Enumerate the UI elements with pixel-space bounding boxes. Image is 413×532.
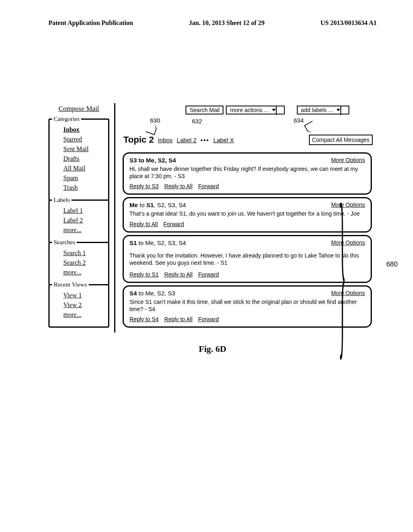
topic-label2-link[interactable]: Label 2 — [177, 137, 196, 143]
categories-legend: Categories — [52, 116, 81, 123]
add-labels-dropdown[interactable]: add labels ... — [297, 106, 349, 114]
message-4-body: Since S1 can't make it this time, shall … — [129, 298, 365, 313]
sidebar-searches: Searches Search 1 Search 2 more... — [48, 242, 109, 285]
message-1-forward[interactable]: Forward — [198, 183, 219, 189]
compose-link[interactable]: Compose Mail — [48, 105, 109, 113]
message-3-forward[interactable]: Forward — [198, 271, 219, 278]
toolbar: Search Mail more actions ... add labels … — [115, 103, 377, 115]
message-2-more-options[interactable]: More Options — [331, 202, 365, 208]
compact-all-button[interactable]: Compact All Messages — [309, 135, 373, 145]
sidebar-categories: Categories Inbox Starred Sent Mail Draft… — [48, 118, 109, 201]
ref-680: 680 — [386, 260, 398, 268]
sidebar-item-recent-more[interactable]: more... — [54, 311, 106, 318]
search-mail-button[interactable]: Search Mail — [186, 106, 223, 114]
message-3-from: S1 to Me, S2, S3, S4 — [129, 239, 186, 246]
message-2-body: That's a great idea! S1, do you want to … — [129, 210, 365, 217]
topic-title: Topic 2 — [123, 135, 154, 145]
add-labels-label: add labels ... — [301, 107, 333, 113]
sidebar: Compose Mail Categories Inbox Starred Se… — [48, 103, 111, 332]
searches-legend: Searches — [52, 239, 77, 246]
sidebar-item-label1[interactable]: Label 1 — [54, 207, 106, 214]
sidebar-labels: Labels Label 1 Label 2 more... — [48, 200, 109, 243]
message-4-forward[interactable]: Forward — [198, 316, 219, 322]
message-1-body: Hi, shall we have dinner together this F… — [129, 165, 365, 180]
topic-labelx-link[interactable]: Label X — [213, 137, 234, 143]
sidebar-recent: Recent Views View 1 View 2 more... — [48, 284, 109, 328]
sidebar-item-search2[interactable]: Search 2 — [54, 259, 106, 266]
hdr-mid: Jan. 10, 2013 Sheet 12 of 29 — [189, 19, 265, 27]
message-1-replyall[interactable]: Reply to All — [164, 183, 192, 189]
more-actions-dropdown[interactable]: more actions ... — [226, 106, 285, 114]
message-3-replyall[interactable]: Reply to All — [164, 271, 192, 278]
sidebar-item-search1[interactable]: Search 1 — [54, 249, 106, 257]
hdr-left: Patent Application Publication — [48, 19, 133, 27]
sidebar-item-drafts[interactable]: Drafts — [54, 155, 106, 162]
sidebar-item-label2[interactable]: Label 2 — [54, 217, 106, 224]
sidebar-item-spam[interactable]: Spam — [54, 175, 106, 182]
message-4-reply[interactable]: Reply to S4 — [129, 316, 159, 322]
message-2-forward[interactable]: Forward — [163, 221, 184, 227]
hdr-right: US 2013/0013634 A1 — [320, 19, 377, 27]
message-1: S3 to Me, S2, S4 More Options Hi, shall … — [123, 152, 372, 195]
sidebar-item-starred[interactable]: Starred — [54, 136, 106, 143]
message-2-replyall[interactable]: Reply to All — [129, 221, 158, 227]
ref-632: 632 — [192, 118, 202, 125]
topic-inbox-link[interactable]: Inbox — [158, 137, 173, 143]
sidebar-item-inbox[interactable]: Inbox — [54, 126, 106, 133]
sidebar-item-allmail[interactable]: All Mail — [54, 165, 106, 172]
message-1-more-options[interactable]: More Options — [331, 157, 365, 164]
more-actions-label: more actions ... — [230, 107, 269, 113]
message-3-more-options[interactable]: More Options — [331, 239, 365, 246]
ellipsis-icon: ••• — [200, 137, 209, 143]
labels-legend: Labels — [52, 197, 71, 204]
figure-label: Fig. 6D — [48, 344, 377, 354]
message-4-replyall[interactable]: Reply to All — [164, 316, 192, 322]
brace-icon: } — [339, 161, 346, 379]
message-2: Me to S1, S2, S3, S4 More Options That's… — [123, 197, 372, 232]
sidebar-item-sent[interactable]: Sent Mail — [54, 145, 106, 153]
message-4-more-options[interactable]: More Options — [331, 290, 365, 297]
message-3-reply[interactable]: Reply to S1 — [129, 271, 159, 278]
topic-row: Topic 2 Inbox Label 2 ••• Label X Compac… — [115, 133, 377, 149]
message-1-reply[interactable]: Reply to S3 — [129, 183, 159, 189]
sidebar-item-trash[interactable]: Trash — [54, 184, 106, 191]
message-3: S1 to Me, S2, S3, S4 More Options Thank … — [123, 235, 372, 283]
sidebar-item-view1[interactable]: View 1 — [54, 292, 106, 299]
message-4: S4 to Me, S2, S3 More Options Since S1 c… — [123, 285, 372, 328]
message-4-from: S4 to Me, S2, S3 — [129, 290, 175, 297]
message-1-from: S3 to Me, S2, S4 — [129, 157, 176, 164]
ref-634: 634 — [294, 117, 304, 124]
main: Search Mail more actions ... add labels … — [114, 103, 377, 332]
sidebar-item-view2[interactable]: View 2 — [54, 301, 106, 309]
sidebar-item-labels-more[interactable]: more... — [54, 227, 106, 234]
recent-legend: Recent Views — [52, 281, 89, 288]
conversation-list: S3 to Me, S2, S4 More Options Hi, shall … — [115, 149, 377, 332]
sidebar-item-searches-more[interactable]: more... — [54, 269, 106, 276]
message-2-from: Me to S1, S2, S3, S4 — [129, 202, 186, 208]
message-3-body: Thank you for the invitation. However, I… — [129, 252, 365, 266]
